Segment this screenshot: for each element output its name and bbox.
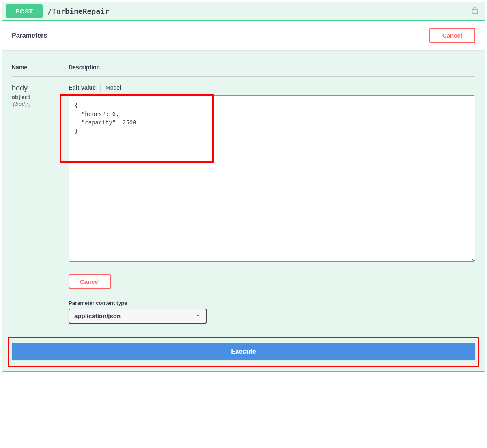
http-method-badge: POST xyxy=(6,4,43,18)
execute-button[interactable]: Execute xyxy=(12,343,475,360)
param-desc-cell: Edit Value | Model Cancel Parameter cont… xyxy=(69,84,475,324)
content-type-label: Parameter content type xyxy=(69,300,475,306)
parameters-title: Parameters xyxy=(12,32,47,39)
operation-block: POST /TurbineRepair Parameters Cancel Na… xyxy=(2,2,485,372)
column-name: Name xyxy=(12,64,69,71)
endpoint-path: /TurbineRepair xyxy=(47,7,109,15)
parameters-body: Name Description body object (body) Edit… xyxy=(2,50,485,324)
param-name-cell: body object (body) xyxy=(12,84,69,324)
tab-edit-value[interactable]: Edit Value xyxy=(69,84,96,91)
execute-section: Execute xyxy=(2,333,485,371)
column-description: Description xyxy=(69,64,100,71)
param-name: body xyxy=(12,84,69,92)
param-in: (body) xyxy=(12,101,69,107)
cancel-button-body[interactable]: Cancel xyxy=(69,274,111,289)
content-type-select-wrap: application/json xyxy=(69,309,207,324)
param-row: body object (body) Edit Value | Model Ca… xyxy=(12,77,475,324)
content-type-select[interactable]: application/json xyxy=(69,309,207,324)
operation-summary[interactable]: POST /TurbineRepair xyxy=(2,2,485,21)
body-textarea[interactable] xyxy=(69,95,475,262)
param-type: object xyxy=(12,94,69,100)
cancel-button[interactable]: Cancel xyxy=(429,28,475,43)
parameters-header: Parameters Cancel xyxy=(2,21,485,50)
tab-separator: | xyxy=(100,84,101,91)
value-model-tabs: Edit Value | Model xyxy=(69,84,475,91)
unlock-icon[interactable] xyxy=(470,6,479,17)
param-table-header: Name Description xyxy=(12,58,475,77)
tab-model[interactable]: Model xyxy=(106,84,121,91)
